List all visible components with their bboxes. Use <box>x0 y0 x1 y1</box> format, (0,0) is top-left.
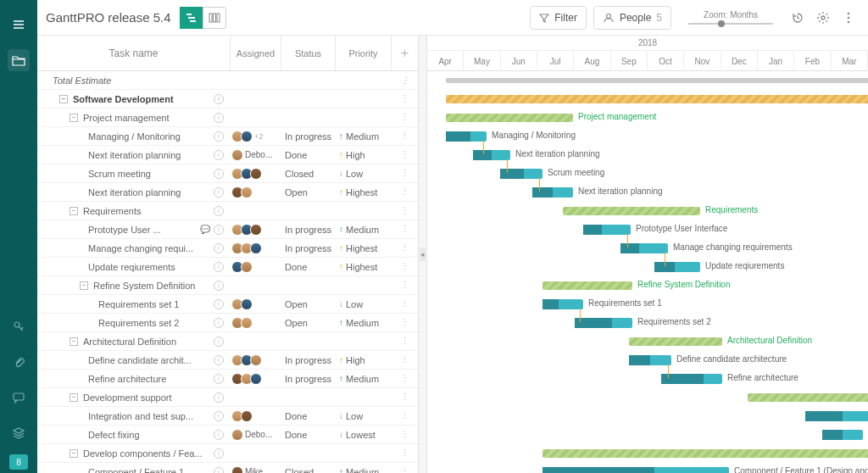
info-icon[interactable]: i <box>214 113 224 123</box>
row-actions[interactable]: ⋮ <box>392 392 418 403</box>
task-row[interactable]: Prototype User ...💬iIn progress↑Medium⋮ <box>37 220 418 239</box>
people-button[interactable]: People5 <box>593 6 671 30</box>
gantt-bar[interactable] <box>563 207 700 215</box>
gantt-bar[interactable] <box>822 430 863 440</box>
info-icon[interactable]: i <box>214 94 224 104</box>
gantt-bar[interactable] <box>446 78 868 83</box>
status-cell[interactable]: In progress <box>281 374 336 384</box>
row-actions[interactable]: ⋮ <box>392 317 418 328</box>
add-column-button[interactable]: + <box>392 36 418 70</box>
row-actions[interactable]: ⋮ <box>392 93 418 104</box>
row-actions[interactable]: ⋮ <box>392 75 418 86</box>
assigned-cell[interactable]: Debo... <box>231 429 281 441</box>
folder-icon[interactable] <box>8 49 30 71</box>
task-row[interactable]: Next iteration planningiOpen↑Highest⋮ <box>37 183 418 202</box>
task-row[interactable]: −Project managementi⋮ <box>37 109 418 127</box>
info-icon[interactable]: i <box>214 318 224 328</box>
gantt-bar[interactable] <box>629 337 722 346</box>
status-cell[interactable]: In progress <box>281 355 336 365</box>
row-actions[interactable]: ⋮ <box>392 261 418 272</box>
task-row[interactable]: Define candidate archit...iIn progress↑H… <box>37 351 418 370</box>
row-actions[interactable]: ⋮ <box>392 224 418 235</box>
task-row[interactable]: Integration and test sup...iDone↓Low⋮ <box>37 407 418 426</box>
info-icon[interactable]: i <box>214 355 224 365</box>
board-view-button[interactable] <box>203 7 226 29</box>
key-icon[interactable] <box>8 315 30 337</box>
priority-cell[interactable]: ↑Medium <box>336 131 392 142</box>
task-row[interactable]: −Architectural Definitioni⋮ <box>37 332 418 351</box>
gantt-bar[interactable] <box>661 374 722 384</box>
status-cell[interactable]: Done <box>281 430 336 440</box>
status-cell[interactable]: Done <box>281 150 336 160</box>
zoom-control[interactable]: Zoom: Months <box>688 10 773 25</box>
info-icon[interactable]: i <box>214 187 224 198</box>
row-actions[interactable]: ⋮ <box>392 112 418 123</box>
gantt-bar[interactable] <box>748 393 868 402</box>
assigned-cell[interactable] <box>231 242 281 254</box>
task-row[interactable]: Requirements set 2iOpen↑Medium⋮ <box>37 314 418 332</box>
assigned-cell[interactable] <box>231 224 281 236</box>
gantt-bar[interactable] <box>473 150 510 160</box>
assigned-cell[interactable] <box>231 410 281 422</box>
info-icon[interactable]: i <box>214 374 224 384</box>
collapse-toggle[interactable]: − <box>70 207 78 215</box>
row-actions[interactable]: ⋮ <box>392 131 418 142</box>
info-icon[interactable]: i <box>214 392 224 403</box>
row-actions[interactable]: ⋮ <box>392 410 418 421</box>
info-icon[interactable]: i <box>214 262 224 272</box>
collapse-toggle[interactable]: − <box>70 114 78 122</box>
assigned-cell[interactable]: Mike ... <box>231 466 281 474</box>
info-icon[interactable]: i <box>214 150 224 160</box>
gantt-bar[interactable] <box>542 467 729 473</box>
attachment-icon[interactable] <box>8 351 30 373</box>
info-icon[interactable]: i <box>214 299 224 309</box>
gantt-bar[interactable] <box>575 318 632 328</box>
row-actions[interactable]: ⋮ <box>392 336 418 347</box>
assigned-cell[interactable] <box>231 168 281 180</box>
chat-icon[interactable] <box>8 387 30 409</box>
priority-cell[interactable]: ↑Medium <box>336 467 392 474</box>
task-row[interactable]: −Development supporti⋮ <box>37 388 418 407</box>
row-actions[interactable]: ⋮ <box>392 186 418 198</box>
layers-icon[interactable] <box>8 422 30 444</box>
row-actions[interactable]: ⋮ <box>392 429 418 440</box>
comment-icon[interactable]: 💬 <box>200 225 210 235</box>
gantt-bar[interactable] <box>654 262 700 272</box>
gantt-bar[interactable] <box>629 355 671 365</box>
filter-button[interactable]: Filter <box>530 6 587 30</box>
history-icon[interactable] <box>787 7 809 29</box>
gantt-bar[interactable] <box>583 225 631 235</box>
task-row[interactable]: −Develop components / Fea...i⋮ <box>37 444 418 463</box>
task-row[interactable]: Component / Feature 1 ...iMike ...Closed… <box>37 463 418 473</box>
gantt-bar[interactable] <box>446 131 487 142</box>
gantt-bar[interactable] <box>446 114 573 122</box>
info-icon[interactable]: i <box>214 281 224 291</box>
row-actions[interactable]: ⋮ <box>392 168 418 179</box>
collapse-toggle[interactable]: − <box>70 337 78 346</box>
gantt-bar[interactable] <box>542 281 632 290</box>
assigned-cell[interactable] <box>231 186 281 198</box>
row-actions[interactable]: ⋮ <box>392 354 418 365</box>
status-cell[interactable]: Closed <box>281 169 336 179</box>
gantt-bar[interactable] <box>446 95 868 103</box>
assigned-cell[interactable]: +2 <box>231 131 281 142</box>
info-icon[interactable]: i <box>214 411 224 421</box>
task-row[interactable]: Requirements set 1iOpen↓Low⋮ <box>37 295 418 314</box>
task-row[interactable]: Defect fixingiDebo...Done↓Lowest⋮ <box>37 426 418 444</box>
status-cell[interactable]: Open <box>281 187 336 198</box>
info-icon[interactable]: i <box>214 467 224 474</box>
priority-cell[interactable]: ↑Highest <box>336 243 392 253</box>
assigned-cell[interactable] <box>231 373 281 385</box>
gantt-bar[interactable] <box>542 299 583 309</box>
more-icon[interactable] <box>837 7 860 29</box>
row-actions[interactable]: ⋮ <box>392 373 418 384</box>
gantt-body[interactable]: Project managementManaging / MonitoringN… <box>427 71 868 473</box>
task-row[interactable]: Scrum meetingiClosed↓Low⋮ <box>37 164 418 183</box>
status-cell[interactable]: Done <box>281 262 336 272</box>
task-row[interactable]: −Requirementsi⋮ <box>37 202 418 220</box>
assigned-cell[interactable] <box>231 317 281 329</box>
info-icon[interactable]: i <box>214 225 224 235</box>
collapse-toggle[interactable]: − <box>70 393 78 402</box>
gantt-bar[interactable] <box>542 449 868 458</box>
task-row[interactable]: Update reqiurementsiDone↑Highest⋮ <box>37 258 418 276</box>
